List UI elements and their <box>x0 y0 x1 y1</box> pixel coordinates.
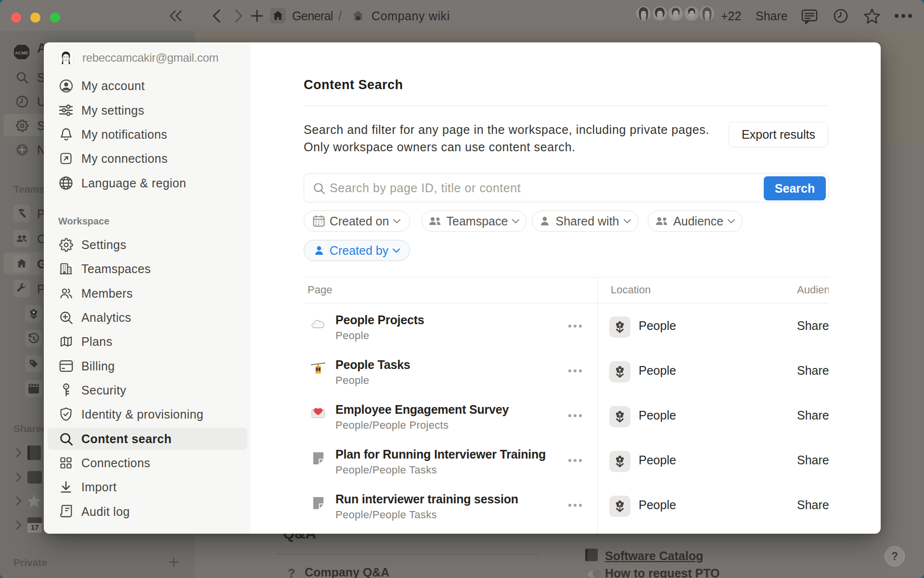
svg-text:ACME: ACME <box>15 50 28 55</box>
